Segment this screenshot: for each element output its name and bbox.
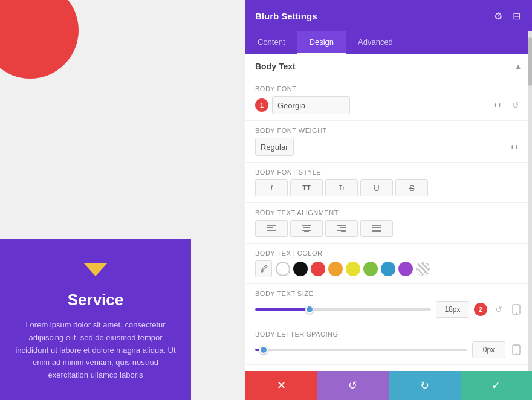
body-font-style-label: Body Font Style	[255, 169, 522, 176]
swatch-transparent[interactable]	[416, 262, 430, 276]
svg-point-18	[516, 312, 517, 314]
swatch-blue[interactable]	[381, 262, 395, 276]
body-text-size-label: Body Text Size	[255, 290, 522, 297]
body-letter-spacing-mobile-icon[interactable]	[510, 344, 522, 356]
body-font-reset-icon[interactable]: ↺	[509, 98, 522, 112]
cancel-button[interactable]: ✕	[245, 371, 317, 400]
underline-button[interactable]: U	[360, 179, 393, 196]
align-justify-button[interactable]	[360, 220, 393, 237]
svg-rect-14	[372, 230, 381, 231]
settings-tabs: Content Design Advanced	[245, 31, 532, 54]
body-text-size-slider[interactable]	[255, 308, 431, 311]
svg-rect-2	[267, 230, 276, 231]
svg-rect-5	[303, 227, 310, 228]
scrollbar-track	[528, 31, 532, 371]
svg-rect-4	[302, 225, 311, 226]
svg-rect-7	[304, 231, 309, 232]
settings-icon[interactable]: ⚙	[492, 10, 504, 22]
preview-panel: Service Lorem ipsum dolor sit amet, cons…	[0, 0, 245, 400]
svg-rect-13	[372, 227, 381, 228]
save-button[interactable]: ✓	[461, 371, 533, 400]
body-text-section-title: Body Text	[255, 62, 296, 71]
body-text-alignment-row: Body Text Alignment	[245, 203, 532, 244]
preview-service-title: Service	[12, 291, 179, 309]
reset-button[interactable]: ↺	[317, 371, 389, 400]
body-font-select-wrapper: Georgia Arial Times New Roman	[272, 96, 505, 114]
layout-icon[interactable]: ⊟	[510, 10, 522, 22]
swatch-green[interactable]	[363, 262, 378, 276]
svg-rect-15	[372, 231, 381, 232]
capitalize-button[interactable]: T↑	[325, 179, 358, 196]
body-text-section-header: Body Text ▲	[245, 54, 532, 79]
swatch-white[interactable]	[276, 262, 290, 276]
step-badge-2: 2	[474, 303, 487, 316]
align-buttons	[255, 220, 393, 237]
preview-triangle-icon	[83, 263, 108, 276]
tab-content[interactable]: Content	[245, 31, 297, 54]
swatch-yellow[interactable]	[346, 262, 360, 276]
scrollbar-thumb[interactable]	[528, 37, 532, 86]
body-font-weight-row: Body Font Weight Regular Bold Light	[245, 121, 532, 163]
color-swatches	[276, 262, 430, 276]
body-text-size-row: Body Text Size 2 ↺	[245, 284, 532, 324]
body-text-size-reset-icon[interactable]: ↺	[492, 303, 505, 316]
body-line-height-row: Body Line Height 3 ↺	[245, 365, 532, 371]
body-text-color-control	[255, 260, 522, 277]
swatch-black[interactable]	[293, 262, 308, 276]
svg-rect-10	[337, 230, 346, 231]
body-font-style-row: Body Font Style I TT T↑ U S	[245, 163, 532, 203]
align-right-button[interactable]	[325, 220, 358, 237]
body-text-color-row: Body Text Color	[245, 244, 532, 284]
swatch-purple[interactable]	[398, 262, 413, 276]
settings-header: Blurb Settings ⚙ ⊟	[245, 0, 532, 31]
settings-footer: ✕ ↺ ↻ ✓	[245, 371, 532, 400]
body-letter-spacing-input[interactable]	[472, 341, 505, 358]
body-letter-spacing-slider-row	[255, 341, 522, 358]
body-font-weight-select-wrapper: Regular Bold Light	[255, 138, 522, 156]
settings-panel: Blurb Settings ⚙ ⊟ Content Design Advanc…	[245, 0, 532, 400]
tab-advanced[interactable]: Advanced	[346, 31, 405, 54]
swatch-orange[interactable]	[328, 262, 343, 276]
body-font-style-control: I TT T↑ U S	[255, 179, 522, 196]
collapse-icon[interactable]: ▲	[514, 62, 522, 71]
body-letter-spacing-row: Body Letter Spacing	[245, 324, 532, 365]
body-font-weight-label: Body Font Weight	[255, 127, 522, 134]
body-letter-spacing-label: Body Letter Spacing	[255, 331, 522, 338]
align-center-button[interactable]	[290, 220, 323, 237]
body-font-weight-control: Regular Bold Light	[255, 138, 522, 156]
body-letter-spacing-slider[interactable]	[255, 349, 467, 351]
svg-rect-1	[267, 227, 273, 228]
body-text-size-slider-row: 2 ↺	[255, 301, 522, 318]
tab-design[interactable]: Design	[297, 31, 346, 54]
strikethrough-button[interactable]: S	[395, 179, 428, 196]
svg-rect-6	[302, 230, 311, 231]
settings-header-icons: ⚙ ⊟	[492, 10, 522, 22]
style-buttons: I TT T↑ U S	[255, 179, 428, 196]
italic-button[interactable]: I	[255, 179, 288, 196]
body-text-size-mobile-icon[interactable]	[510, 303, 522, 315]
settings-title: Blurb Settings	[255, 11, 317, 21]
body-text-alignment-label: Body Text Alignment	[255, 209, 522, 216]
preview-service-block: Service Lorem ipsum dolor sit amet, cons…	[0, 239, 191, 400]
body-font-row: Body Font 1 Georgia Arial Times New Roma…	[245, 79, 532, 121]
svg-rect-8	[337, 225, 346, 226]
svg-rect-16	[261, 270, 263, 272]
body-text-alignment-control	[255, 220, 522, 237]
svg-rect-0	[267, 225, 276, 226]
svg-rect-12	[372, 225, 381, 226]
step-badge-1: 1	[255, 98, 268, 112]
body-text-size-input[interactable]	[436, 301, 469, 318]
svg-point-20	[516, 353, 517, 354]
body-font-weight-select[interactable]: Regular Bold Light	[255, 138, 294, 156]
settings-content: Body Text ▲ Body Font 1 Georgia Arial Ti…	[245, 54, 532, 371]
redo-button[interactable]: ↻	[389, 371, 461, 400]
body-font-label: Body Font	[255, 85, 522, 92]
body-font-select[interactable]: Georgia Arial Times New Roman	[272, 96, 350, 114]
eyedropper-button[interactable]	[255, 260, 272, 277]
body-text-color-label: Body Text Color	[255, 250, 522, 257]
align-left-button[interactable]	[255, 220, 288, 237]
swatch-red[interactable]	[311, 262, 325, 276]
body-font-control: 1 Georgia Arial Times New Roman ↺	[255, 96, 522, 114]
uppercase-button[interactable]: TT	[290, 179, 323, 196]
svg-rect-9	[340, 227, 346, 228]
